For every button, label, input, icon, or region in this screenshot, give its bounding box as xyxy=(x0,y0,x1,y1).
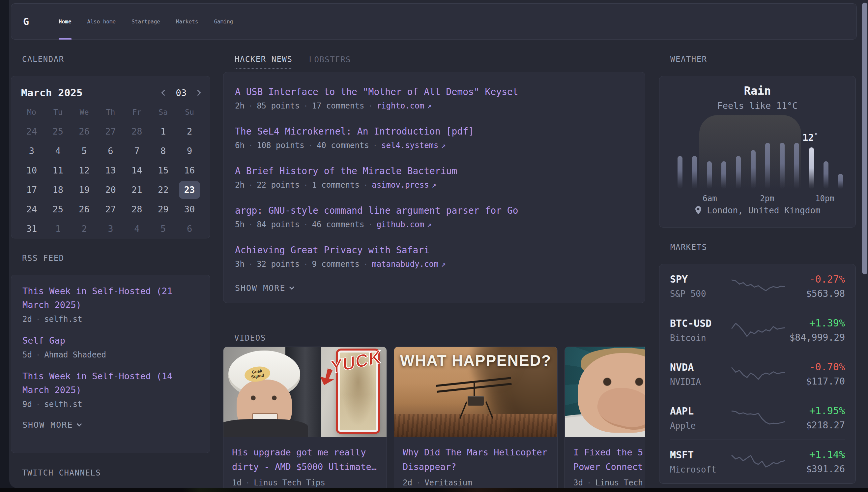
video-age: 2d xyxy=(403,478,412,487)
market-values: -0.27% $563.98 xyxy=(786,273,845,299)
news-show-more-button[interactable]: SHOW MORE xyxy=(235,283,294,293)
calendar-next-button[interactable] xyxy=(196,91,200,95)
calendar-weekday-label: Sa xyxy=(150,107,176,117)
video-age: 3d xyxy=(573,478,583,487)
market-row[interactable]: AAPL Apple +1.95% $218.27 xyxy=(670,396,845,440)
rss-item-title-link[interactable]: This Week in Self-Hosted (21 March 2025) xyxy=(22,284,199,312)
news-item-domain-link[interactable]: sel4.systems ↗ xyxy=(381,141,446,150)
thumb-decor-d-heli-body xyxy=(468,396,484,405)
market-values: -0.70% $117.70 xyxy=(786,361,845,387)
news-item-domain-link[interactable]: matanabudy.com ↗ xyxy=(372,260,446,269)
show-more-label: SHOW MORE xyxy=(22,420,73,430)
news-item-title-link[interactable]: A Brief History of the Miracle Bacterium xyxy=(235,165,633,178)
news-item-domain-link[interactable]: asimov.press ↗ xyxy=(372,180,436,190)
calendar-day-cell: 13 xyxy=(98,161,124,180)
markets-card: SPY S&P 500 -0.27% $563.98 xyxy=(659,264,856,484)
calendar-day: 10 xyxy=(21,162,42,179)
video-thumbnail[interactable]: YUCKGeek Squad xyxy=(223,347,387,437)
top-nav: G HomeAlso homeStartpageMarketsGaming xyxy=(11,3,857,40)
market-price: $218.27 xyxy=(786,420,845,430)
news-item-meta: 2h · 22 points · 1 comments · asimov.pre… xyxy=(235,180,633,190)
weather-section-title: WEATHER xyxy=(670,55,856,64)
weather-current-temp: 12° xyxy=(803,131,818,143)
news-tab[interactable]: LOBSTERS xyxy=(309,55,351,69)
calendar-weekday-label: We xyxy=(71,107,98,117)
video-meta: 3d · Linus Tech Tips xyxy=(573,478,645,487)
nav-tab[interactable]: Home xyxy=(59,4,72,39)
nav-tab[interactable]: Also home xyxy=(87,4,116,39)
chevron-down-icon xyxy=(77,421,82,427)
video-thumbnail[interactable]: WHAT HAPPENED? xyxy=(394,347,557,437)
news-tabs: HACKER NEWSLOBSTERS xyxy=(223,55,645,69)
market-row[interactable]: MSFT Microsoft +1.14% $391.26 xyxy=(670,440,845,484)
meta-separator: · xyxy=(36,351,40,359)
meta-separator: · xyxy=(304,102,308,110)
weather-hour-bar xyxy=(707,161,712,189)
calendar-day-cell: 2 xyxy=(176,122,203,141)
video-title-link[interactable]: Why Did The Mars Helicopter Disappear? xyxy=(403,445,549,474)
calendar-day-cell: 9 xyxy=(176,141,203,161)
news-item-title-link[interactable]: The SeL4 Microkernel: An Introduction [p… xyxy=(235,125,633,138)
video-card[interactable]: WHAT HAPPENED? Why Did The Mars Helicopt… xyxy=(394,347,558,488)
calendar-day-cell: 4 xyxy=(124,219,150,239)
calendar-day-cell: 6 xyxy=(98,141,124,161)
calendar-day-cell: 26 xyxy=(71,122,98,141)
news-item-domain-link[interactable]: righto.com ↗ xyxy=(377,101,432,110)
video-card[interactable]: DOTHTH I Fixed the 5 Power Connect 3d · … xyxy=(564,347,645,488)
calendar-day-cell: 14 xyxy=(124,161,150,180)
market-row[interactable]: BTC-USD Bitcoin +1.39% $84,999.29 xyxy=(670,308,845,352)
app-logo[interactable]: G xyxy=(11,4,41,39)
calendar-day-cell: 25 xyxy=(45,122,71,141)
calendar-day: 25 xyxy=(48,123,69,141)
center-column: HACKER NEWSLOBSTERS A USB Interface to t… xyxy=(223,40,645,488)
calendar-day: 28 xyxy=(126,123,147,141)
video-card[interactable]: YUCKGeek Squad His upgrade got me really… xyxy=(223,347,387,488)
news-item-title-link[interactable]: argp: GNU-style command line argument pa… xyxy=(235,204,633,217)
videos-carousel: YUCKGeek Squad His upgrade got me really… xyxy=(223,347,645,488)
calendar-day-cell: 19 xyxy=(71,180,98,199)
thumb-decor-d-ground xyxy=(394,414,557,437)
market-change: +1.39% xyxy=(786,317,845,329)
meta-separator: · xyxy=(368,102,372,110)
news-item: Achieving Great Privacy with Safari 3h ·… xyxy=(235,244,633,269)
calendar-day: 26 xyxy=(74,200,95,218)
video-channel: Veritasium xyxy=(424,478,472,487)
market-symbol: SPY xyxy=(670,273,731,285)
video-card-body: I Fixed the 5 Power Connect 3d · Linus T… xyxy=(565,437,645,488)
rss-item: This Week in Self-Hosted (14 March 2025)… xyxy=(22,369,199,409)
video-title-link[interactable]: His upgrade got me really dirty - AMD $5… xyxy=(232,445,378,474)
nav-tab[interactable]: Markets xyxy=(176,4,198,39)
nav-tab[interactable]: Gaming xyxy=(214,4,233,39)
market-sparkline xyxy=(731,320,786,340)
market-row[interactable]: SPY S&P 500 -0.27% $563.98 xyxy=(670,264,845,308)
news-item: A Brief History of the Miracle Bacterium… xyxy=(235,165,633,190)
calendar-day-cell: 20 xyxy=(98,180,124,199)
market-sparkline xyxy=(731,364,786,384)
news-tab[interactable]: HACKER NEWS xyxy=(235,55,292,69)
weather-card: Rain Feels like 11°C 12° 6am2pm10pm Lond… xyxy=(659,76,856,227)
market-price: $117.70 xyxy=(786,376,845,387)
rss-item-title-link[interactable]: This Week in Self-Hosted (14 March 2025) xyxy=(22,369,199,397)
weather-hour-bar xyxy=(736,156,741,189)
meta-separator: · xyxy=(248,142,253,150)
weather-hour-bar xyxy=(780,143,785,189)
page-scrollbar[interactable] xyxy=(862,3,867,274)
news-item: argp: GNU-style command line argument pa… xyxy=(235,204,633,229)
rss-show-more-button[interactable]: SHOW MORE xyxy=(22,420,81,430)
calendar-day: 4 xyxy=(48,142,69,160)
news-item-title-link[interactable]: A USB Interface to the "Mother of All De… xyxy=(235,85,633,99)
news-item-title-link[interactable]: Achieving Great Privacy with Safari xyxy=(235,244,633,257)
calendar-prev-button[interactable] xyxy=(162,91,166,95)
rss-item-title-link[interactable]: Self Gap xyxy=(22,334,199,348)
calendar-card: March 2025 03 MoTuWeThFrSaSu 24 xyxy=(11,76,210,239)
video-title-link[interactable]: I Fixed the 5 Power Connect xyxy=(573,445,645,474)
news-item-domain-link[interactable]: github.com ↗ xyxy=(377,220,432,229)
show-more-label: SHOW MORE xyxy=(235,283,285,293)
market-row[interactable]: NVDA NVIDIA -0.70% $117.70 xyxy=(670,352,845,396)
weather-axis-label: 10pm xyxy=(815,194,834,203)
nav-tab[interactable]: Startpage xyxy=(131,4,160,39)
external-link-icon: ↗ xyxy=(432,180,436,190)
weather-location[interactable]: London, United Kingdom xyxy=(659,205,856,215)
video-thumbnail[interactable]: DOTHTH xyxy=(565,347,645,437)
calendar-day-cell: 3 xyxy=(98,219,124,239)
